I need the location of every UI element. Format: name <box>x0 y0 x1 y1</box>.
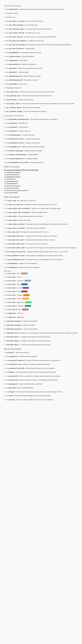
command-name: sv_vote_creation_timer 30 <box>6 32 24 34</box>
color-label: Blue <box>17 284 20 285</box>
command-name: sv_specnoclip 1 <box>6 68 17 69</box>
hud-list: cl_radar_scale - Mini map zoom ( 0.25 up… <box>4 200 78 268</box>
command-item: m_mousespeed 1 - Mouse acceleration fact… <box>4 383 78 385</box>
bhop-line: sv_staminarecoveryrate 0; <box>4 185 78 187</box>
command-item: sv_vote_timer_duration 10 - Voting durat… <box>4 48 78 50</box>
command-name: cl_radar_square_with_scoreboard 0 <box>6 212 30 213</box>
color-swatch <box>22 276 28 278</box>
command-desc: Sets the Sensitivity multiplier for mous… <box>15 395 50 396</box>
hud-colors-subhead: HUD Colors <box>4 270 78 272</box>
command-item: host_timescale 1 - Speeds up server time <box>4 99 78 101</box>
command-name: sv_noclipspeed 5 <box>6 60 18 61</box>
command-name: host_players_show 2 <box>6 103 20 104</box>
command-name: sv_vote_command_delay 1 <box>6 28 24 30</box>
command-desc: Crosshair thickness <box>22 134 35 136</box>
hud-color-item: cl_hud_color 4 - Purple <box>4 287 78 289</box>
command-desc: Round time hostage map's (minutes) <box>23 111 46 112</box>
hud-extra-list: cl_righthand 0 - Left handcl_righthand 1… <box>4 312 78 346</box>
command-desc: Allows background rotation <box>24 75 41 77</box>
command-desc: Sets the sensitivity multiplier for the … <box>16 371 56 373</box>
section-crosshair-title: Crosshair Commands <box>4 115 78 117</box>
command-item: sv_specspeed 1 - Spectator speed <box>4 71 78 73</box>
command-name: m_customaccel_max 0 <box>6 364 22 365</box>
command-item: cl_crosshairgap_size - Distances between… <box>4 146 78 148</box>
command-item: m_forward 1 - Sets the sensitivity multi… <box>4 371 78 373</box>
command-name: cl_crosshairalpha ot 0 up to 255 <box>6 162 28 163</box>
command-desc: Change crosshair style <box>25 142 40 144</box>
command-desc: Mouse inverted (Disabled) <box>17 387 33 388</box>
command-name: sv_showbullethits 0 <box>6 52 20 53</box>
command-item: sv_forcepreload 1 - Players will be able… <box>4 8 78 10</box>
command-name: cl_hud_color 8 <box>6 302 16 303</box>
command-desc: Mini map zoom ( 0.25 up to 1) <box>17 200 36 201</box>
command-item: cl_crosshairdot 1 - add center dot <box>4 126 78 128</box>
command-item: viewmodel_presetpos 2 - Big size of weap… <box>4 324 78 326</box>
command-desc: Direct mouse connection that ignores the… <box>17 391 62 392</box>
color-swatch <box>23 298 29 300</box>
command-name: cl_hud_healthammo_style 0 <box>6 259 25 260</box>
color-swatch <box>25 305 31 307</box>
command-desc: boost noclip speed <box>22 56 34 57</box>
server-list: sv_forcepreload 1 - Players will be able… <box>4 8 78 112</box>
command-name: hud_scaling ( 0.5 up to 0.95) <box>6 251 25 252</box>
command-desc: Outline thickness <box>28 154 39 155</box>
command-name: cl_radar_icon_scale_min <box>6 204 23 205</box>
bhop-line: sv_staminamax 0; <box>4 178 78 180</box>
command-item: sv_vote_failure_timer 60 - TIme after wh… <box>4 36 78 38</box>
color-label: white <box>17 276 21 278</box>
command-desc: classic size of weapon <box>23 328 38 330</box>
command-desc: The panel with the number of players at … <box>25 239 55 240</box>
command-name: cl_crosshairusealpha 0 or 1 <box>6 158 25 159</box>
command-desc: If you are with C4, it appears at the ri… <box>27 247 77 248</box>
command-name: sv_forcepreload 1 <box>6 8 18 10</box>
command-item: cl_radar_square_with_scoreboard 1 - Rada… <box>4 207 78 210</box>
hud-colors-list: cl_hud_color 0 - greycl_hud_color 1 - wh… <box>4 272 78 310</box>
command-desc: Voice chat on <box>19 83 28 85</box>
color-label: light green <box>17 302 24 303</box>
command-desc: Sets the sensitivity multiplier for the … <box>16 399 53 400</box>
command-desc: 0 position of the weapon and hand on the… <box>21 340 51 342</box>
command-name: cl_hud_playercount_pos 1 <box>6 235 24 237</box>
command-item: viewmodel_offset_z - 0 position of the w… <box>4 344 78 346</box>
command-item: cl_hud_playercount_pos 1 - The panel wit… <box>4 235 78 237</box>
command-item: cl_crosshair_drawoutline - Outline aroun… <box>4 150 78 152</box>
command-name: sv_vote_issue_kick_allowed 1 <box>6 40 27 42</box>
command-name: cl_hud_radar_scale <box>6 231 19 233</box>
command-item: cl_hud_bomb_under_radar 1 - If you got t… <box>4 243 78 245</box>
color-swatch <box>22 308 28 310</box>
command-desc: Distances between divisions of sight <box>22 146 44 148</box>
command-item: sv_showbullethits 0 - Show bullet's impa… <box>4 52 78 54</box>
command-name: cl_hud_color 10 <box>6 309 17 310</box>
command-desc: Mouse acceleration in windows. initial t… <box>20 375 60 377</box>
command-item: sv_visiblemaxplayers 64 - Max player's o… <box>4 79 78 81</box>
command-desc: Mouse acceleration factor in Window <box>19 383 42 385</box>
command-item: sv_vote_issue_kick_allowed 1 - Let playe… <box>4 40 78 42</box>
command-desc: Speeds up server time <box>19 99 33 100</box>
command-desc: Spectator speed <box>18 71 29 73</box>
command-desc: remove center dot <box>19 130 31 132</box>
command-desc: The panel with the number of players at … <box>25 235 57 237</box>
command-item: cl_crosshairthickness - Crosshair thickn… <box>4 134 78 136</box>
command-desc: Weapon icons are not displayed <box>19 266 39 268</box>
command-name: viewmodel_presetpos 1 <box>6 320 22 322</box>
hud-color-item: cl_hud_color 2 - Light blue <box>4 280 78 282</box>
hud-color-item: cl_hud_color 10 - Pink <box>4 308 78 310</box>
command-desc: Normal (standard) value of mouse acceler… <box>26 368 55 369</box>
color-swatch <box>23 287 29 289</box>
command-name: cl_hud_color 9 <box>6 305 16 307</box>
bhop-line: sv_staminajumpcost 0; <box>4 180 78 183</box>
command-desc: Weapon icons are displayed <box>19 262 37 264</box>
command-desc: Download the latest version of the map a… <box>22 95 52 96</box>
command-desc: Normal size of weapon <box>23 320 38 322</box>
command-name: host_map <box>6 87 13 88</box>
command-name: m_side 0.8 <box>6 395 13 396</box>
command-name: m_customaccel 0 <box>6 356 18 357</box>
command-name: cl_hud_color 4 <box>6 287 16 289</box>
command-item: cl_radar_always_centered 1 - The radar c… <box>4 227 78 229</box>
command-name: sv_specspeed 1 <box>6 71 17 73</box>
command-name: cl_righthand 0 <box>6 312 16 314</box>
command-name: viewmodel_presetpos 2 <box>6 324 22 326</box>
command-name: cl_radar_square_with_scoreboard 1 <box>6 208 30 209</box>
command-name: host_sleep *Time* <box>6 91 18 92</box>
hud-color-item: cl_hud_color 8 - light green <box>4 302 78 303</box>
